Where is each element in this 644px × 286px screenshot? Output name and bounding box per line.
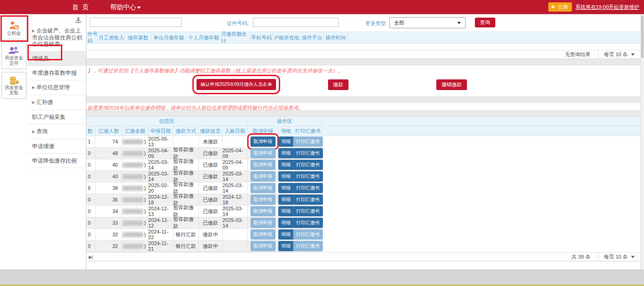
pagination-skip-icon[interactable]: ▶| xyxy=(89,254,92,260)
vertical-scrollbar[interactable] xyxy=(640,14,644,269)
query-button[interactable]: 查询 xyxy=(475,18,495,27)
cell-declare-date: 2024-11-22 xyxy=(148,229,173,240)
change-type-value: 全部 xyxy=(394,20,404,26)
cancel-declare-cell: 取消申报 xyxy=(248,206,278,217)
expand-arrow-icon: ▶ xyxy=(32,85,35,90)
menu-item-label: 申请缓缴 xyxy=(32,143,54,150)
print-remit-button[interactable]: 打印汇缴书 xyxy=(293,218,323,228)
redacted-amount xyxy=(123,244,143,249)
name-input[interactable] xyxy=(90,18,182,27)
pay-button[interactable]: 缴款 xyxy=(328,79,348,90)
cancel-declare-button: 取消申报 xyxy=(250,171,276,182)
column-header-5: 月缴存额合计 xyxy=(221,32,250,43)
remit-column-header-6: 入账日期 xyxy=(223,126,248,136)
cell-declare-date: 2024-11-21 xyxy=(148,240,173,252)
scrollbar-thumb[interactable] xyxy=(641,15,644,58)
column-header-6: 手机号码 xyxy=(250,32,273,43)
id-number-input[interactable] xyxy=(253,18,339,27)
expand-arrow-icon: ▶ xyxy=(32,130,35,134)
cancel-declare-cell: 取消申报 xyxy=(248,148,278,159)
print-remit-button[interactable]: 打印汇缴书 xyxy=(293,195,323,205)
column-header-filler xyxy=(348,32,640,43)
detail-button[interactable]: 明细 xyxy=(278,171,294,182)
print-remit-button[interactable]: 打印汇缴书 xyxy=(293,206,323,216)
cell-pay-status: 已缴款 xyxy=(199,217,223,228)
amount-paren: ) xyxy=(144,220,146,226)
menu-item-label: 职工户籍采集 xyxy=(32,114,66,120)
cell-declare-date: 2025-04-09 xyxy=(148,148,173,159)
detail-cell: 明细 xyxy=(278,194,294,205)
menu-item-5[interactable]: 职工户籍采集 xyxy=(28,110,86,124)
detail-button[interactable]: 明细 xyxy=(278,195,294,205)
detail-button[interactable]: 明细 xyxy=(278,229,294,240)
remit-table-columns: 数汇缴人数汇缴金额申报日期缴款方式缴款状态入账日期取消申报明细打印汇缴书 xyxy=(86,126,640,136)
cell-remit-count: 32 xyxy=(96,240,122,252)
detail-button[interactable]: 明细 xyxy=(278,218,294,228)
detail-button[interactable]: 明细 xyxy=(278,136,294,147)
cancel-declare-button[interactable]: 取消申报 xyxy=(250,136,276,147)
employee-table-empty-body xyxy=(86,44,640,50)
cell-remit-amount: ) xyxy=(122,229,148,240)
announcement-badge-label: 公告 xyxy=(558,3,568,10)
search-form: 证件号码: 变更类型: 全部 查询 xyxy=(86,14,640,32)
menu-item-3[interactable]: ▶单位信息管理 xyxy=(28,80,86,95)
page-size-select[interactable]: 每页 10 条 xyxy=(598,50,640,58)
nav-help-center[interactable]: 帮助中心 xyxy=(110,0,141,14)
print-remit-button: 打印汇缴书 xyxy=(293,229,323,240)
detail-cell: 明细 xyxy=(278,229,294,240)
cancel-declare-cell: 取消申报 xyxy=(248,159,278,170)
detail-button[interactable]: 明细 xyxy=(278,160,294,170)
cancel-declare-cell: 取消申报 xyxy=(248,240,278,252)
cell-seq: 0 xyxy=(86,240,96,252)
cell-declare-date: 2025-03-14 xyxy=(148,171,173,182)
cell-seq: 0 xyxy=(86,159,96,170)
print-remit-button[interactable]: 打印汇缴书 xyxy=(293,183,323,193)
print-remit-button[interactable]: 打印汇缴书 xyxy=(293,148,323,158)
menu-item-2[interactable]: 年度缴存基数申报 xyxy=(28,66,86,80)
table-row: 032)2024-11-22银行汇款缴款中取消申报明细打印汇缴书 xyxy=(86,229,322,240)
detail-button[interactable]: 明细 xyxy=(278,206,294,216)
footer-right: 共 38 条 每页 10 条 xyxy=(572,253,640,261)
remit-column-header-8: 明细 xyxy=(278,126,294,136)
rail-item-label: 房改资金交存 xyxy=(3,55,25,65)
cancel-declare-cell: 取消申报 xyxy=(248,229,278,240)
print-remit-button[interactable]: 打印汇缴书 xyxy=(293,160,323,170)
system-maintenance-link[interactable]: 系统将在19:00开始更新维护 xyxy=(575,4,639,11)
cell-pay-status: 缴款中 xyxy=(199,229,223,240)
menu-item-7[interactable]: 申请缓缴 xyxy=(28,139,86,154)
cell-remit-amount: ) xyxy=(122,194,148,205)
menu-item-1[interactable]: 增减员 xyxy=(28,52,86,66)
cancel-declare-button: 取消申报 xyxy=(250,148,276,158)
detail-button[interactable]: 明细 xyxy=(278,183,294,193)
change-type-select[interactable]: 全部 xyxy=(389,17,466,28)
detail-button[interactable]: 明细 xyxy=(278,148,294,158)
menu-item-label: 企业破产、企业上市合法合规住房公积金信息核查 xyxy=(32,27,82,47)
amount-paren: ) xyxy=(144,174,146,179)
print-remit-cell: 打印汇缴书 xyxy=(294,217,322,228)
anchor-pin-icon[interactable] xyxy=(75,17,81,24)
print-remit-button[interactable]: 打印汇缴书 xyxy=(293,171,323,182)
menu-item-6[interactable]: ▶查询 xyxy=(28,124,86,139)
cancel-pay-button[interactable]: 撤销缴款 xyxy=(436,79,467,90)
menu-item-0[interactable]: ▶企业破产、企业上市合法合规住房公积金信息核查 xyxy=(28,24,86,52)
menu-item-4[interactable]: ▶汇补缴 xyxy=(28,95,86,110)
rail-item-fanggai-deposit[interactable]: 房改资金交存 xyxy=(1,42,26,69)
cell-remit-count: 74 xyxy=(96,136,122,147)
chevron-down-icon xyxy=(137,6,141,9)
nav-home[interactable]: 首 页 xyxy=(72,0,90,14)
rail-item-gongjijin[interactable]: 公积金 xyxy=(1,16,26,39)
cancel-declare-button: 取消申报 xyxy=(250,218,276,228)
remit-table-group-header: 信息区 操作区 xyxy=(86,117,640,126)
employee-table-header: 件号码月工资收入缴存基数单位月缴存额个人月缴存额月缴存额合计手机号码户籍所在地操… xyxy=(86,32,640,44)
redacted-amount xyxy=(123,232,143,237)
confirm-declare-button[interactable]: 确认申报2025年09月缴存人员名单 xyxy=(197,79,276,90)
menu-item-8[interactable]: 申请降低缴存比例 xyxy=(28,154,86,168)
detail-button[interactable]: 明细 xyxy=(278,241,294,251)
cell-pay-method: 暂存款缴款 xyxy=(173,182,199,194)
cell-entry-date: 2025-03-14 xyxy=(223,206,248,217)
column-header-4: 个人月缴存额 xyxy=(186,32,221,43)
column-header-filler xyxy=(322,126,640,136)
rail-item-fanggai-withdraw[interactable]: ? 房改资金支取 xyxy=(1,72,26,99)
page-size-select[interactable]: 每页 10 条 xyxy=(598,253,640,261)
remit-column-header-9: 打印汇缴书 xyxy=(294,126,322,136)
